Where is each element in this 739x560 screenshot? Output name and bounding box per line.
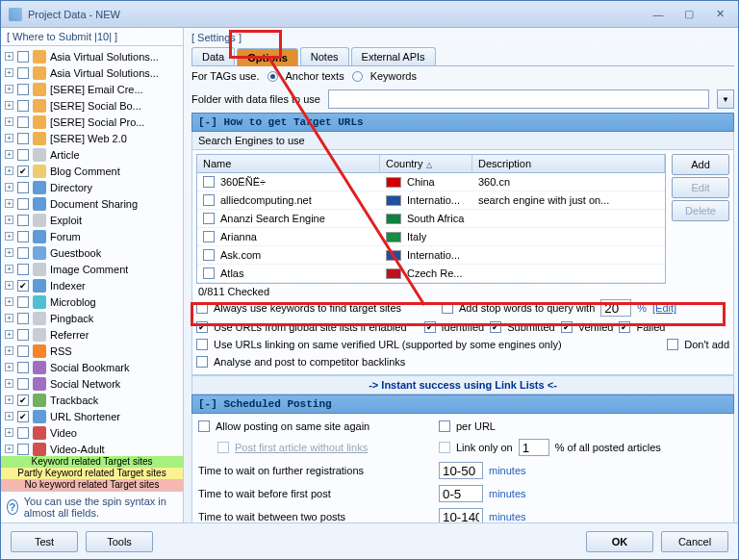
folder-input[interactable]	[328, 89, 709, 109]
tree-item[interactable]: + [SERE] Social Bo...	[1, 97, 183, 114]
delete-button[interactable]: Delete	[672, 200, 729, 221]
ok-button[interactable]: OK	[586, 531, 653, 552]
chk-allow-same-site[interactable]	[198, 420, 210, 432]
tree-checkbox[interactable]	[17, 215, 29, 226]
minutes-link-1[interactable]: minutes	[489, 465, 526, 476]
search-engine-row[interactable]: 360ËÑË÷ China 360.cn	[197, 173, 665, 191]
engine-checkbox[interactable]	[203, 176, 215, 188]
instant-success-link[interactable]: -> Instant success using Link Lists <-	[191, 375, 734, 395]
tree-checkbox[interactable]	[17, 427, 29, 439]
tree-checkbox[interactable]	[17, 149, 29, 161]
radio-anchor-texts[interactable]	[268, 71, 278, 82]
tree-item[interactable]: + Article	[1, 146, 183, 163]
wait-first-input[interactable]	[439, 485, 483, 502]
chk-add-stop-words[interactable]	[442, 302, 453, 314]
tree-checkbox[interactable]	[17, 378, 29, 390]
tree-item[interactable]: + Social Network	[1, 375, 183, 392]
tree-item[interactable]: + Asia Virtual Solutions...	[1, 48, 183, 64]
tab-external-apis[interactable]: External APIs	[351, 47, 436, 65]
tree-item[interactable]: + Social Bookmark	[1, 359, 183, 375]
chk-identified[interactable]	[424, 321, 436, 333]
first-article-link[interactable]: Post first article without links	[235, 442, 368, 453]
expander-icon[interactable]: +	[5, 166, 13, 175]
tree-item[interactable]: + Forum	[1, 228, 183, 244]
engine-checkbox[interactable]	[203, 249, 215, 261]
chk-per-url[interactable]	[439, 420, 450, 432]
tree-item[interactable]: + Referrer	[1, 326, 183, 343]
test-button[interactable]: Test	[11, 531, 78, 552]
tree-checkbox[interactable]	[17, 395, 29, 406]
expander-icon[interactable]: +	[5, 265, 13, 273]
expander-icon[interactable]: +	[5, 445, 13, 453]
tree-item[interactable]: + Video-Adult	[1, 441, 183, 456]
tree-checkbox[interactable]	[17, 444, 29, 455]
section-target-urls[interactable]: [-] How to get Target URLs	[191, 113, 734, 132]
tree-item[interactable]: + [SERE] Email Cre...	[1, 81, 183, 97]
expander-icon[interactable]: +	[5, 216, 13, 224]
search-engine-row[interactable]: Ananzi Search Engine South Africa	[197, 210, 665, 228]
minimize-button[interactable]: —	[644, 6, 673, 23]
expander-icon[interactable]: +	[5, 248, 13, 257]
search-engine-row[interactable]: Arianna Italy	[197, 228, 665, 246]
tree-checkbox[interactable]	[17, 264, 29, 275]
radio-keywords[interactable]	[352, 71, 363, 82]
tree-checkbox[interactable]	[17, 296, 29, 308]
engine-checkbox[interactable]	[203, 194, 215, 206]
minutes-link-3[interactable]: minutes	[489, 511, 526, 522]
expander-icon[interactable]: +	[5, 101, 13, 110]
tree-item[interactable]: + [SERE] Social Pro...	[1, 114, 183, 130]
chk-submitted[interactable]	[490, 321, 501, 333]
expander-icon[interactable]: +	[5, 330, 13, 339]
tree-item[interactable]: + Microblog	[1, 293, 183, 310]
engine-checkbox[interactable]	[203, 231, 215, 242]
tree-checkbox[interactable]	[17, 67, 29, 79]
engine-checkbox[interactable]	[203, 267, 215, 279]
edit-button[interactable]: Edit	[672, 177, 729, 198]
search-engine-row[interactable]: Ask.com Internatio...	[197, 246, 665, 265]
expander-icon[interactable]: +	[5, 281, 13, 290]
tree-item[interactable]: + Video	[1, 424, 183, 441]
tree-item[interactable]: + Pingback	[1, 310, 183, 326]
col-name[interactable]: Name	[197, 155, 380, 172]
expander-icon[interactable]: +	[5, 68, 13, 77]
tab-data[interactable]: Data	[191, 47, 235, 65]
tree-checkbox[interactable]	[17, 247, 29, 259]
tree-checkbox[interactable]	[17, 51, 29, 63]
tree-item[interactable]: + Trackback	[1, 392, 183, 408]
expander-icon[interactable]: +	[5, 232, 13, 241]
tree-checkbox[interactable]	[17, 280, 29, 292]
chk-same-verified-url[interactable]	[196, 339, 208, 350]
tree-item[interactable]: + Document Sharing	[1, 195, 183, 212]
tree-item[interactable]: + Asia Virtual Solutions...	[1, 64, 183, 81]
expander-icon[interactable]: +	[5, 52, 13, 61]
wait-reg-input[interactable]	[439, 462, 483, 479]
tools-button[interactable]: Tools	[86, 531, 153, 552]
folder-dropdown-button[interactable]: ▼	[717, 89, 734, 109]
search-engines-table[interactable]: Name Country △ Description 360ËÑË÷ China…	[196, 154, 666, 284]
tree-checkbox[interactable]	[17, 345, 29, 357]
chk-failed[interactable]	[619, 321, 630, 333]
tab-options[interactable]: Options	[237, 48, 298, 66]
tree-item[interactable]: + URL Shortener	[1, 408, 183, 424]
expander-icon[interactable]: +	[5, 346, 13, 355]
tree-checkbox[interactable]	[17, 362, 29, 373]
expander-icon[interactable]: +	[5, 85, 13, 93]
chk-competitor-backlinks[interactable]	[196, 356, 208, 368]
col-country[interactable]: Country △	[380, 155, 472, 172]
chk-use-global-lists[interactable]	[196, 321, 208, 333]
expander-icon[interactable]: +	[5, 150, 13, 159]
expander-icon[interactable]: +	[5, 314, 13, 322]
tree-checkbox[interactable]	[17, 133, 29, 144]
expander-icon[interactable]: +	[5, 428, 13, 437]
tree-checkbox[interactable]	[17, 100, 29, 112]
chk-dont-add[interactable]	[667, 339, 678, 350]
expander-icon[interactable]: +	[5, 297, 13, 306]
tree-checkbox[interactable]	[17, 329, 29, 341]
expander-icon[interactable]: +	[5, 412, 13, 420]
expander-icon[interactable]: +	[5, 134, 13, 142]
minutes-link-2[interactable]: minutes	[489, 488, 526, 499]
add-button[interactable]: Add	[672, 154, 729, 175]
tab-notes[interactable]: Notes	[300, 47, 349, 65]
chk-first-article-no-links[interactable]	[217, 442, 229, 453]
tree-checkbox[interactable]	[17, 411, 29, 422]
